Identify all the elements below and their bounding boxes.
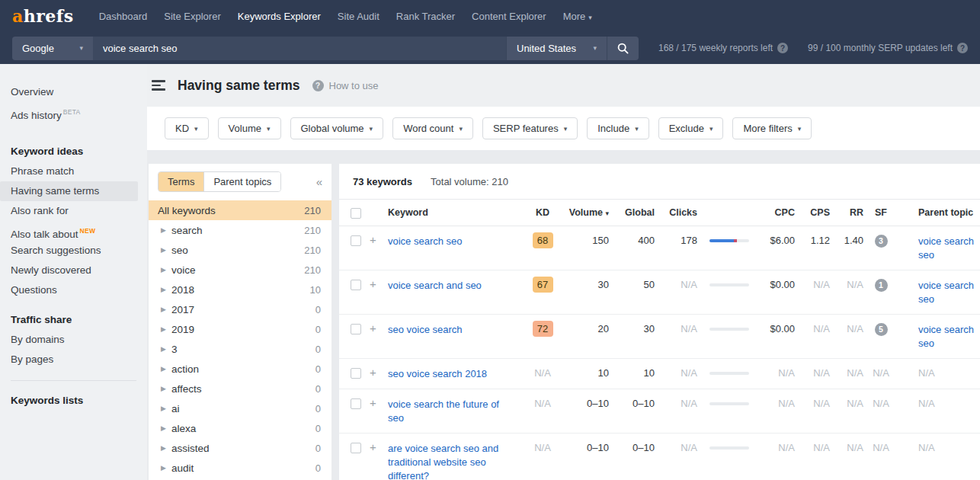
row-checkbox[interactable] <box>351 280 361 290</box>
filter-more-filters[interactable]: More filters▾ <box>732 117 812 139</box>
sidebar-item-by-domains[interactable]: By domains <box>0 330 147 350</box>
col-keyword[interactable]: Keyword <box>388 200 524 225</box>
col-cps[interactable]: CPS <box>795 200 830 225</box>
expand-triangle-icon[interactable]: ▶ <box>161 424 171 432</box>
term-row-2017[interactable]: ▶20170 <box>149 299 331 319</box>
sidebar-item-by-pages[interactable]: By pages <box>0 350 147 370</box>
row-checkbox[interactable] <box>351 324 361 334</box>
expand-triangle-icon[interactable]: ▶ <box>161 385 171 392</box>
filter-word-count[interactable]: Word count▾ <box>392 117 473 139</box>
sidebar-item-having-same-terms[interactable]: Having same terms <box>0 181 138 201</box>
keyword-link[interactable]: seo voice search 2018 <box>388 368 487 379</box>
filter-exclude[interactable]: Exclude▾ <box>658 117 724 139</box>
term-row-voice[interactable]: ▶voice210 <box>149 260 331 280</box>
expand-triangle-icon[interactable]: ▶ <box>161 325 171 333</box>
filter-global-volume[interactable]: Global volume▾ <box>290 117 384 139</box>
expand-triangle-icon[interactable]: ▶ <box>161 405 171 412</box>
country-select[interactable]: United States ▾ <box>506 37 607 60</box>
term-row-action[interactable]: ▶action0 <box>149 359 331 379</box>
all-keywords-row[interactable]: All keywords 210 <box>149 200 331 220</box>
sidebar-item-phrase-match[interactable]: Phrase match <box>0 162 147 181</box>
filter-include[interactable]: Include▾ <box>587 117 649 139</box>
row-checkbox[interactable] <box>351 398 361 409</box>
parent-topic-link[interactable]: voice search seo <box>918 280 974 305</box>
add-to-list-icon[interactable]: + <box>367 226 388 253</box>
sidebar-item-ads-history[interactable]: Ads historyBETA <box>0 102 147 122</box>
row-checkbox[interactable] <box>351 235 361 246</box>
keyword-link[interactable]: seo voice search <box>388 324 463 335</box>
search-engine-select[interactable]: Google ▾ <box>12 37 93 60</box>
add-to-list-icon[interactable]: + <box>367 315 388 341</box>
col-kd[interactable]: KD <box>524 200 562 225</box>
sidebar-item-search-suggestions[interactable]: Search suggestions <box>0 241 147 261</box>
nav-item-site-audit[interactable]: Site Audit <box>338 11 380 22</box>
expand-triangle-icon[interactable]: ▶ <box>161 444 171 452</box>
nav-item-content-explorer[interactable]: Content Explorer <box>472 11 546 22</box>
nav-item-more[interactable]: More▾ <box>563 11 592 22</box>
collapse-panel-icon[interactable]: « <box>316 175 322 188</box>
tab-terms[interactable]: Terms <box>159 172 203 191</box>
col-parent-topic[interactable]: Parent topic <box>898 200 980 225</box>
expand-triangle-icon[interactable]: ▶ <box>161 266 171 274</box>
how-to-use-link[interactable]: ? How to use <box>312 80 379 91</box>
sidebar-item-also-talk-about[interactable]: Also talk aboutNEW <box>0 221 147 241</box>
filter-kd[interactable]: KD▾ <box>165 117 209 139</box>
term-row-seo[interactable]: ▶seo210 <box>149 240 331 260</box>
row-checkbox[interactable] <box>351 368 361 379</box>
term-row-3[interactable]: ▶30 <box>149 339 331 359</box>
sidebar-item-also-rank-for[interactable]: Also rank for <box>0 201 147 221</box>
keyword-search-input[interactable] <box>93 37 506 60</box>
term-row-audit[interactable]: ▶audit0 <box>149 458 331 478</box>
add-to-list-icon[interactable]: + <box>367 434 388 460</box>
term-row-assisted[interactable]: ▶assisted0 <box>149 438 331 458</box>
keyword-link[interactable]: voice search the future of seo <box>388 398 499 424</box>
nav-item-dashboard[interactable]: Dashboard <box>99 11 148 22</box>
term-row-alexa[interactable]: ▶alexa0 <box>149 418 331 438</box>
sidebar-header-keywords-lists: Keywords lists <box>0 391 147 411</box>
filter-volume[interactable]: Volume▾ <box>218 117 281 139</box>
tab-parent-topics[interactable]: Parent topics <box>203 172 280 191</box>
term-row-2018[interactable]: ▶201810 <box>149 280 331 299</box>
keyword-link[interactable]: voice search and seo <box>388 280 482 291</box>
question-circle-icon[interactable]: ? <box>777 43 788 53</box>
expand-triangle-icon[interactable]: ▶ <box>161 464 171 472</box>
expand-triangle-icon[interactable]: ▶ <box>161 286 171 293</box>
col-sf[interactable]: SF <box>863 200 898 225</box>
table-summary: 73 keywords Total volume: 210 <box>339 164 980 200</box>
keyword-link[interactable]: voice search seo <box>388 235 463 247</box>
parent-topic-link[interactable]: voice search seo <box>918 235 974 261</box>
col-cpc[interactable]: CPC <box>751 200 795 225</box>
nav-item-keywords-explorer[interactable]: Keywords Explorer <box>238 11 321 22</box>
keyword-link[interactable]: are voice search seo and traditional web… <box>388 443 498 480</box>
add-to-list-icon[interactable]: + <box>367 359 388 386</box>
col-clicks[interactable]: Clicks <box>655 200 697 225</box>
term-row-2019[interactable]: ▶20190 <box>149 319 331 339</box>
col-global[interactable]: Global <box>609 200 655 225</box>
col-rr[interactable]: RR <box>830 200 863 225</box>
expand-triangle-icon[interactable]: ▶ <box>161 246 171 254</box>
rr-value: N/A <box>830 389 863 417</box>
ahrefs-logo[interactable]: ahrefs <box>12 6 74 26</box>
term-row-affects[interactable]: ▶affects0 <box>149 379 331 398</box>
expand-triangle-icon[interactable]: ▶ <box>161 345 171 353</box>
nav-item-site-explorer[interactable]: Site Explorer <box>164 11 220 22</box>
sidebar-item-overview[interactable]: Overview <box>0 82 147 102</box>
parent-topic-link[interactable]: voice search seo <box>918 324 974 349</box>
term-row-ai[interactable]: ▶ai0 <box>149 398 331 418</box>
expand-triangle-icon[interactable]: ▶ <box>161 306 171 313</box>
search-button[interactable] <box>607 37 639 60</box>
filter-serp-features[interactable]: SERP features▾ <box>482 117 578 139</box>
question-circle-icon[interactable]: ? <box>957 43 968 53</box>
select-all-checkbox[interactable] <box>351 208 361 219</box>
expand-triangle-icon[interactable]: ▶ <box>161 226 171 234</box>
col-volume[interactable]: Volume ▾ <box>562 200 609 225</box>
expand-triangle-icon[interactable]: ▶ <box>161 365 171 373</box>
row-checkbox[interactable] <box>351 443 361 453</box>
add-to-list-icon[interactable]: + <box>367 270 388 297</box>
sidebar-item-questions[interactable]: Questions <box>0 280 147 300</box>
term-row-search[interactable]: ▶search210 <box>149 220 331 240</box>
sidebar-toggle-icon[interactable] <box>152 80 167 91</box>
nav-item-rank-tracker[interactable]: Rank Tracker <box>396 11 455 22</box>
sidebar-item-newly-discovered[interactable]: Newly discovered <box>0 261 147 280</box>
add-to-list-icon[interactable]: + <box>367 389 388 416</box>
